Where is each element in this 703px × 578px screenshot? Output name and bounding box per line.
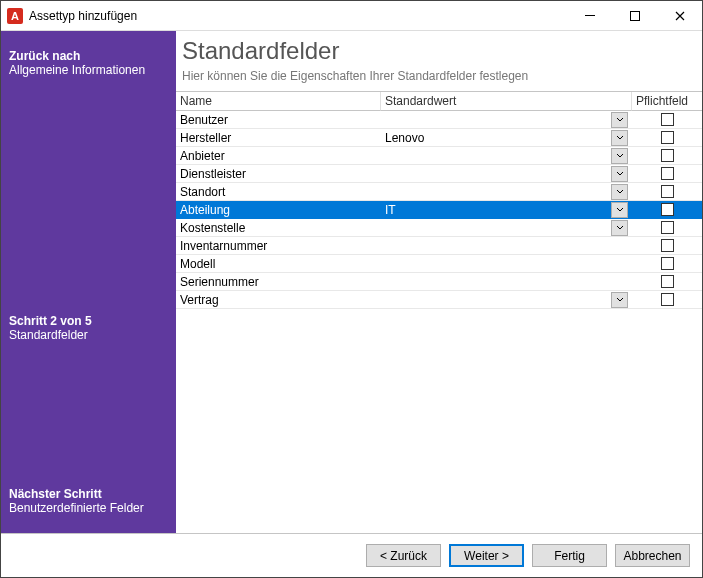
nav-back-subtitle: Allgemeine Informationen: [9, 63, 168, 77]
field-name: Abteilung: [176, 201, 381, 219]
field-default-value[interactable]: IT: [381, 201, 632, 219]
nav-back[interactable]: Zurück nach Allgemeine Informationen: [9, 49, 168, 77]
grid-header: Name Standardwert Pflichtfeld: [176, 92, 702, 111]
field-name: Modell: [176, 255, 381, 273]
chevron-down-icon: [616, 170, 624, 178]
table-row[interactable]: Modell: [176, 255, 702, 273]
nav-next[interactable]: Nächster Schritt Benutzerdefinierte Feld…: [9, 487, 168, 515]
svg-rect-0: [630, 11, 639, 20]
field-required-cell: [632, 291, 702, 309]
field-name: Kostenstelle: [176, 219, 381, 237]
table-row[interactable]: Kostenstelle: [176, 219, 702, 237]
field-name: Inventarnummer: [176, 237, 381, 255]
field-required-cell: [632, 273, 702, 291]
required-checkbox[interactable]: [661, 293, 674, 306]
grid-body: BenutzerHerstellerLenovoAnbieterDienstle…: [176, 111, 702, 309]
field-required-cell: [632, 219, 702, 237]
field-name: Seriennummer: [176, 273, 381, 291]
finish-button[interactable]: Fertig: [532, 544, 607, 567]
field-default-value[interactable]: [381, 183, 632, 201]
titlebar: A Assettyp hinzufügen: [1, 1, 702, 31]
col-name[interactable]: Name: [176, 92, 381, 111]
field-name: Standort: [176, 183, 381, 201]
current-step-subtitle: Standardfelder: [9, 328, 92, 342]
chevron-down-icon: [616, 134, 624, 142]
minimize-icon: [585, 15, 595, 16]
field-default-value[interactable]: Lenovo: [381, 129, 632, 147]
required-checkbox[interactable]: [661, 167, 674, 180]
table-row[interactable]: HerstellerLenovo: [176, 129, 702, 147]
table-row[interactable]: Seriennummer: [176, 273, 702, 291]
next-button[interactable]: Weiter >: [449, 544, 524, 567]
required-checkbox[interactable]: [661, 221, 674, 234]
nav-next-title: Nächster Schritt: [9, 487, 168, 501]
current-step: Schritt 2 von 5 Standardfelder: [9, 314, 92, 342]
page-subtitle: Hier können Sie die Eigenschaften Ihrer …: [176, 65, 702, 91]
dropdown-button[interactable]: [611, 112, 628, 128]
nav-next-subtitle: Benutzerdefinierte Felder: [9, 501, 168, 515]
field-required-cell: [632, 237, 702, 255]
table-row[interactable]: Vertrag: [176, 291, 702, 309]
dropdown-button[interactable]: [611, 292, 628, 308]
field-required-cell: [632, 165, 702, 183]
col-required[interactable]: Pflichtfeld: [632, 92, 702, 111]
dropdown-button[interactable]: [611, 184, 628, 200]
nav-back-title: Zurück nach: [9, 49, 168, 63]
table-row[interactable]: Dienstleister: [176, 165, 702, 183]
app-icon: A: [7, 8, 23, 24]
table-row[interactable]: Inventarnummer: [176, 237, 702, 255]
page-title: Standardfelder: [176, 35, 702, 65]
close-button[interactable]: [657, 1, 702, 30]
fields-grid: Name Standardwert Pflichtfeld BenutzerHe…: [176, 91, 702, 533]
chevron-down-icon: [616, 224, 624, 232]
current-step-title: Schritt 2 von 5: [9, 314, 92, 328]
field-name: Dienstleister: [176, 165, 381, 183]
dropdown-button[interactable]: [611, 148, 628, 164]
field-default-value[interactable]: [381, 255, 632, 273]
field-required-cell: [632, 111, 702, 129]
field-default-value[interactable]: [381, 111, 632, 129]
field-default-value[interactable]: [381, 165, 632, 183]
chevron-down-icon: [616, 188, 624, 196]
required-checkbox[interactable]: [661, 203, 674, 216]
dropdown-button[interactable]: [611, 166, 628, 182]
field-default-value[interactable]: [381, 291, 632, 309]
table-row[interactable]: Standort: [176, 183, 702, 201]
dropdown-button[interactable]: [611, 220, 628, 236]
field-name: Anbieter: [176, 147, 381, 165]
back-button[interactable]: < Zurück: [366, 544, 441, 567]
required-checkbox[interactable]: [661, 257, 674, 270]
required-checkbox[interactable]: [661, 185, 674, 198]
cancel-button[interactable]: Abbrechen: [615, 544, 690, 567]
field-required-cell: [632, 147, 702, 165]
table-row[interactable]: Benutzer: [176, 111, 702, 129]
close-icon: [675, 11, 685, 21]
field-default-value[interactable]: [381, 147, 632, 165]
dropdown-button[interactable]: [611, 130, 628, 146]
chevron-down-icon: [616, 116, 624, 124]
table-row[interactable]: AbteilungIT: [176, 201, 702, 219]
required-checkbox[interactable]: [661, 149, 674, 162]
minimize-button[interactable]: [567, 1, 612, 30]
col-default[interactable]: Standardwert: [381, 92, 632, 111]
field-default-value[interactable]: [381, 273, 632, 291]
field-name: Benutzer: [176, 111, 381, 129]
required-checkbox[interactable]: [661, 239, 674, 252]
footer: < Zurück Weiter > Fertig Abbrechen: [1, 533, 702, 577]
field-default-value[interactable]: [381, 237, 632, 255]
field-required-cell: [632, 201, 702, 219]
maximize-button[interactable]: [612, 1, 657, 30]
field-name: Hersteller: [176, 129, 381, 147]
field-default-value[interactable]: [381, 219, 632, 237]
field-default-text: IT: [385, 203, 396, 217]
window-title: Assettyp hinzufügen: [29, 9, 567, 23]
required-checkbox[interactable]: [661, 113, 674, 126]
field-name: Vertrag: [176, 291, 381, 309]
required-checkbox[interactable]: [661, 131, 674, 144]
chevron-down-icon: [616, 206, 624, 214]
dropdown-button[interactable]: [611, 202, 628, 218]
window-body: Zurück nach Allgemeine Informationen Sch…: [1, 31, 702, 533]
table-row[interactable]: Anbieter: [176, 147, 702, 165]
required-checkbox[interactable]: [661, 275, 674, 288]
chevron-down-icon: [616, 296, 624, 304]
